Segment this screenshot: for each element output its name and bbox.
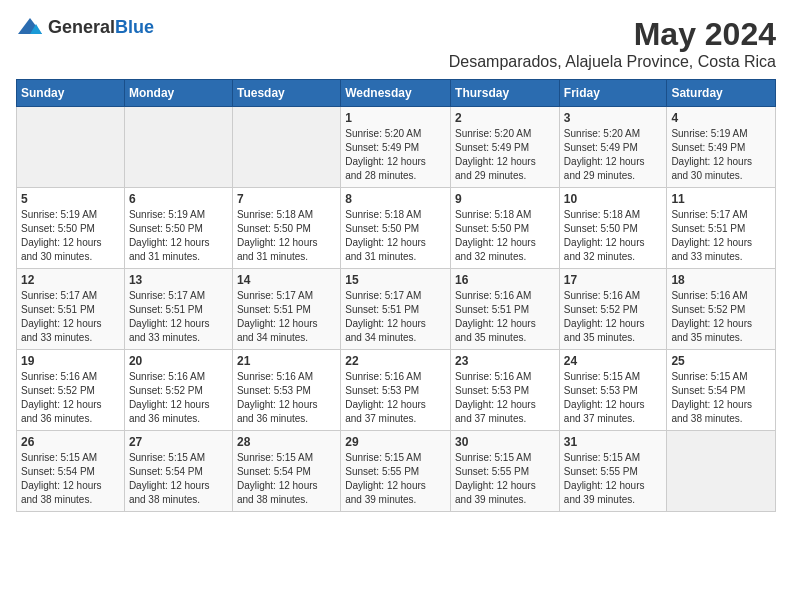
calendar-cell: 28Sunrise: 5:15 AM Sunset: 5:54 PM Dayli… (232, 431, 340, 512)
day-info: Sunrise: 5:17 AM Sunset: 5:51 PM Dayligh… (237, 289, 336, 345)
day-number: 12 (21, 273, 120, 287)
day-number: 9 (455, 192, 555, 206)
day-info: Sunrise: 5:15 AM Sunset: 5:54 PM Dayligh… (671, 370, 771, 426)
day-number: 7 (237, 192, 336, 206)
day-info: Sunrise: 5:16 AM Sunset: 5:53 PM Dayligh… (237, 370, 336, 426)
day-info: Sunrise: 5:16 AM Sunset: 5:53 PM Dayligh… (345, 370, 446, 426)
day-info: Sunrise: 5:15 AM Sunset: 5:55 PM Dayligh… (455, 451, 555, 507)
day-info: Sunrise: 5:18 AM Sunset: 5:50 PM Dayligh… (237, 208, 336, 264)
day-number: 26 (21, 435, 120, 449)
day-number: 4 (671, 111, 771, 125)
calendar-week-2: 5Sunrise: 5:19 AM Sunset: 5:50 PM Daylig… (17, 188, 776, 269)
day-info: Sunrise: 5:17 AM Sunset: 5:51 PM Dayligh… (129, 289, 228, 345)
calendar-cell: 27Sunrise: 5:15 AM Sunset: 5:54 PM Dayli… (124, 431, 232, 512)
day-info: Sunrise: 5:15 AM Sunset: 5:55 PM Dayligh… (564, 451, 663, 507)
logo-text-blue: Blue (115, 17, 154, 37)
calendar-cell: 2Sunrise: 5:20 AM Sunset: 5:49 PM Daylig… (451, 107, 560, 188)
calendar-cell: 6Sunrise: 5:19 AM Sunset: 5:50 PM Daylig… (124, 188, 232, 269)
day-number: 10 (564, 192, 663, 206)
main-title: May 2024 (449, 16, 776, 53)
day-info: Sunrise: 5:19 AM Sunset: 5:50 PM Dayligh… (129, 208, 228, 264)
calendar-cell: 16Sunrise: 5:16 AM Sunset: 5:51 PM Dayli… (451, 269, 560, 350)
calendar-cell: 26Sunrise: 5:15 AM Sunset: 5:54 PM Dayli… (17, 431, 125, 512)
day-info: Sunrise: 5:20 AM Sunset: 5:49 PM Dayligh… (455, 127, 555, 183)
day-number: 17 (564, 273, 663, 287)
calendar-body: 1Sunrise: 5:20 AM Sunset: 5:49 PM Daylig… (17, 107, 776, 512)
title-area: May 2024 Desamparados, Alajuela Province… (449, 16, 776, 71)
day-info: Sunrise: 5:16 AM Sunset: 5:52 PM Dayligh… (129, 370, 228, 426)
day-info: Sunrise: 5:18 AM Sunset: 5:50 PM Dayligh… (455, 208, 555, 264)
day-number: 19 (21, 354, 120, 368)
day-number: 15 (345, 273, 446, 287)
page-header: GeneralBlue May 2024 Desamparados, Alaju… (16, 16, 776, 71)
calendar-cell (124, 107, 232, 188)
calendar-cell: 10Sunrise: 5:18 AM Sunset: 5:50 PM Dayli… (559, 188, 667, 269)
calendar-cell: 9Sunrise: 5:18 AM Sunset: 5:50 PM Daylig… (451, 188, 560, 269)
calendar-cell: 21Sunrise: 5:16 AM Sunset: 5:53 PM Dayli… (232, 350, 340, 431)
day-info: Sunrise: 5:16 AM Sunset: 5:52 PM Dayligh… (564, 289, 663, 345)
day-info: Sunrise: 5:19 AM Sunset: 5:50 PM Dayligh… (21, 208, 120, 264)
day-number: 8 (345, 192, 446, 206)
day-number: 22 (345, 354, 446, 368)
day-number: 11 (671, 192, 771, 206)
day-number: 24 (564, 354, 663, 368)
day-number: 30 (455, 435, 555, 449)
day-info: Sunrise: 5:16 AM Sunset: 5:53 PM Dayligh… (455, 370, 555, 426)
calendar-cell: 1Sunrise: 5:20 AM Sunset: 5:49 PM Daylig… (341, 107, 451, 188)
calendar-week-5: 26Sunrise: 5:15 AM Sunset: 5:54 PM Dayli… (17, 431, 776, 512)
calendar-cell: 25Sunrise: 5:15 AM Sunset: 5:54 PM Dayli… (667, 350, 776, 431)
calendar-cell: 15Sunrise: 5:17 AM Sunset: 5:51 PM Dayli… (341, 269, 451, 350)
day-number: 31 (564, 435, 663, 449)
day-info: Sunrise: 5:16 AM Sunset: 5:52 PM Dayligh… (671, 289, 771, 345)
day-info: Sunrise: 5:18 AM Sunset: 5:50 PM Dayligh… (564, 208, 663, 264)
calendar-cell: 13Sunrise: 5:17 AM Sunset: 5:51 PM Dayli… (124, 269, 232, 350)
day-number: 16 (455, 273, 555, 287)
calendar-cell: 30Sunrise: 5:15 AM Sunset: 5:55 PM Dayli… (451, 431, 560, 512)
subtitle: Desamparados, Alajuela Province, Costa R… (449, 53, 776, 71)
calendar-cell (232, 107, 340, 188)
day-number: 29 (345, 435, 446, 449)
day-number: 18 (671, 273, 771, 287)
day-info: Sunrise: 5:15 AM Sunset: 5:55 PM Dayligh… (345, 451, 446, 507)
day-of-week-saturday: Saturday (667, 80, 776, 107)
calendar-cell (667, 431, 776, 512)
calendar-cell: 18Sunrise: 5:16 AM Sunset: 5:52 PM Dayli… (667, 269, 776, 350)
day-info: Sunrise: 5:15 AM Sunset: 5:53 PM Dayligh… (564, 370, 663, 426)
day-info: Sunrise: 5:16 AM Sunset: 5:51 PM Dayligh… (455, 289, 555, 345)
calendar-cell: 7Sunrise: 5:18 AM Sunset: 5:50 PM Daylig… (232, 188, 340, 269)
day-number: 14 (237, 273, 336, 287)
calendar-cell: 11Sunrise: 5:17 AM Sunset: 5:51 PM Dayli… (667, 188, 776, 269)
day-info: Sunrise: 5:17 AM Sunset: 5:51 PM Dayligh… (345, 289, 446, 345)
calendar-week-4: 19Sunrise: 5:16 AM Sunset: 5:52 PM Dayli… (17, 350, 776, 431)
calendar-cell (17, 107, 125, 188)
calendar-cell: 12Sunrise: 5:17 AM Sunset: 5:51 PM Dayli… (17, 269, 125, 350)
calendar-cell: 3Sunrise: 5:20 AM Sunset: 5:49 PM Daylig… (559, 107, 667, 188)
calendar-cell: 29Sunrise: 5:15 AM Sunset: 5:55 PM Dayli… (341, 431, 451, 512)
day-number: 3 (564, 111, 663, 125)
day-of-week-tuesday: Tuesday (232, 80, 340, 107)
day-info: Sunrise: 5:19 AM Sunset: 5:49 PM Dayligh… (671, 127, 771, 183)
day-number: 20 (129, 354, 228, 368)
day-number: 13 (129, 273, 228, 287)
calendar-week-1: 1Sunrise: 5:20 AM Sunset: 5:49 PM Daylig… (17, 107, 776, 188)
calendar-cell: 5Sunrise: 5:19 AM Sunset: 5:50 PM Daylig… (17, 188, 125, 269)
day-info: Sunrise: 5:15 AM Sunset: 5:54 PM Dayligh… (237, 451, 336, 507)
day-info: Sunrise: 5:17 AM Sunset: 5:51 PM Dayligh… (671, 208, 771, 264)
day-of-week-monday: Monday (124, 80, 232, 107)
logo-icon (16, 16, 44, 38)
calendar-cell: 17Sunrise: 5:16 AM Sunset: 5:52 PM Dayli… (559, 269, 667, 350)
day-info: Sunrise: 5:16 AM Sunset: 5:52 PM Dayligh… (21, 370, 120, 426)
calendar-cell: 8Sunrise: 5:18 AM Sunset: 5:50 PM Daylig… (341, 188, 451, 269)
day-of-week-sunday: Sunday (17, 80, 125, 107)
day-of-week-wednesday: Wednesday (341, 80, 451, 107)
day-of-week-thursday: Thursday (451, 80, 560, 107)
day-number: 28 (237, 435, 336, 449)
calendar-cell: 19Sunrise: 5:16 AM Sunset: 5:52 PM Dayli… (17, 350, 125, 431)
day-number: 25 (671, 354, 771, 368)
calendar-week-3: 12Sunrise: 5:17 AM Sunset: 5:51 PM Dayli… (17, 269, 776, 350)
day-info: Sunrise: 5:20 AM Sunset: 5:49 PM Dayligh… (564, 127, 663, 183)
day-number: 2 (455, 111, 555, 125)
calendar-cell: 23Sunrise: 5:16 AM Sunset: 5:53 PM Dayli… (451, 350, 560, 431)
day-info: Sunrise: 5:15 AM Sunset: 5:54 PM Dayligh… (21, 451, 120, 507)
day-of-week-friday: Friday (559, 80, 667, 107)
